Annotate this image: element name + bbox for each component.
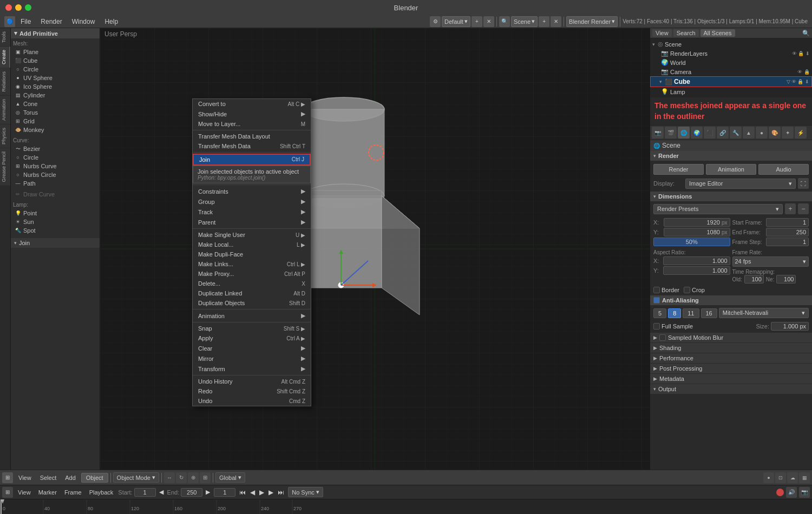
- context-menu[interactable]: Convert to Alt C ▶ Show/Hide ▶ Move to L…: [192, 98, 311, 406]
- prim-bezier[interactable]: 〜 Bezier: [13, 144, 97, 153]
- aa-sample-5[interactable]: 5: [653, 308, 666, 318]
- render-button[interactable]: Render: [653, 164, 704, 175]
- dimensions-header[interactable]: ▾ Dimensions: [650, 192, 812, 201]
- close-scene-icon[interactable]: ✕: [551, 16, 561, 27]
- skip-end-btn[interactable]: ⏭: [276, 488, 286, 497]
- prop-icon-scene[interactable]: 🌐: [678, 127, 690, 139]
- tree-scene[interactable]: ▾ ◎ Scene: [650, 39, 812, 49]
- transform-icon-2[interactable]: ↻: [176, 472, 187, 483]
- ctx-snap[interactable]: SnapShift S ▶: [193, 324, 311, 333]
- timeremap-old-input[interactable]: 100: [744, 275, 764, 284]
- prim-circle[interactable]: ○ Circle: [13, 65, 97, 74]
- ctx-mirror[interactable]: Mirror▶: [193, 353, 311, 364]
- ctx-make-proxy[interactable]: Make Proxy...Ctrl Alt P: [193, 269, 311, 279]
- ctx-undo[interactable]: UndoCmd Z: [193, 396, 311, 406]
- global-dropdown[interactable]: Global▾: [215, 472, 245, 483]
- aspect-x-input[interactable]: 1.000: [663, 256, 730, 265]
- outliner-tab-view[interactable]: View: [652, 29, 672, 37]
- tab-animation[interactable]: Animation: [0, 96, 10, 124]
- transform-icon-1[interactable]: ↔: [164, 472, 175, 483]
- prim-spot[interactable]: 🔦 Spot: [13, 226, 97, 235]
- aa-checkbox[interactable]: [653, 297, 660, 304]
- timeline-view-btn[interactable]: View: [15, 488, 34, 497]
- vp-icon-3[interactable]: ☁: [787, 472, 798, 483]
- aa-sample-8[interactable]: 8: [668, 308, 681, 318]
- prim-path[interactable]: — Path: [13, 179, 97, 188]
- tree-camera[interactable]: 📷 Camera 👁 🔒: [650, 67, 812, 76]
- res-x-input[interactable]: 1920 px: [664, 218, 730, 227]
- prop-icon-modifiers[interactable]: 🔧: [730, 127, 742, 139]
- size-input[interactable]: 1.000 px: [771, 322, 809, 331]
- tree-world[interactable]: 🌍 World: [650, 58, 812, 67]
- ctx-delete[interactable]: Delete...X: [193, 279, 311, 288]
- frame-end-input[interactable]: 250: [766, 228, 809, 236]
- frame-start-input[interactable]: 1: [766, 218, 809, 227]
- metadata-header[interactable]: ▶ Metadata: [650, 374, 812, 384]
- ctx-make-local[interactable]: Make Local...L ▶: [193, 240, 311, 249]
- motionblur-checkbox[interactable]: [659, 334, 666, 341]
- ctx-parent[interactable]: Parent▶: [193, 217, 311, 227]
- prop-icon-camera[interactable]: 📷: [652, 127, 664, 139]
- outliner-tab-search[interactable]: Search: [673, 29, 699, 37]
- prim-cone[interactable]: ▲ Cone: [13, 100, 97, 108]
- prim-draw-curve[interactable]: ✏ Draw Curve: [13, 190, 97, 199]
- end-chevron[interactable]: ▶: [204, 487, 212, 498]
- prim-grid[interactable]: ⊞ Grid: [13, 117, 97, 126]
- close-layout-icon[interactable]: ✕: [483, 16, 494, 27]
- prop-icon-physics[interactable]: ⚡: [795, 127, 807, 139]
- vp-icon-2[interactable]: ⊡: [775, 472, 786, 483]
- prim-nurbs-circle[interactable]: ○ Nurbs Circle: [13, 170, 97, 179]
- ctx-transfer-mesh[interactable]: Transfer Mesh Data Shift Ctrl T: [193, 141, 311, 151]
- crop-checkbox[interactable]: [684, 287, 690, 293]
- ctx-make-single-user[interactable]: Make Single UserU ▶: [193, 230, 311, 240]
- menu-window[interactable]: Window: [68, 17, 100, 27]
- framerate-dropdown[interactable]: 24 fps ▾: [732, 256, 809, 267]
- ctx-group[interactable]: Group▶: [193, 196, 311, 207]
- prop-icon-render[interactable]: 🎬: [665, 127, 677, 139]
- ctx-dup-linked[interactable]: Duplicate LinkedAlt D: [193, 288, 311, 298]
- outliner-tab-all-scenes[interactable]: All Scenes: [700, 29, 735, 37]
- res-pct-input[interactable]: 50%: [653, 238, 730, 246]
- ctx-transfer-layout[interactable]: Transfer Mesh Data Layout: [193, 131, 311, 141]
- prop-icon-data[interactable]: ▲: [743, 127, 755, 139]
- menu-file[interactable]: File: [16, 17, 35, 27]
- timeremap-new-input[interactable]: 100: [776, 275, 796, 284]
- ctx-make-dupli[interactable]: Make Dupli-Face: [193, 249, 311, 259]
- timeline-marker-btn[interactable]: Marker: [36, 488, 60, 497]
- prop-icon-material[interactable]: ●: [756, 127, 768, 139]
- view-btn[interactable]: View: [15, 473, 35, 482]
- ctx-convert-to[interactable]: Convert to Alt C ▶: [193, 99, 311, 109]
- prim-cylinder[interactable]: ▤ Cylinder: [13, 91, 97, 100]
- engine-dropdown[interactable]: Blender Render ▾: [566, 16, 618, 27]
- tab-tools[interactable]: Tools: [0, 28, 10, 46]
- render-section-header[interactable]: ▾ Render: [650, 151, 812, 161]
- performance-header[interactable]: ▶ Performance: [650, 353, 812, 363]
- prim-cube[interactable]: ⬛ Cube: [13, 56, 97, 65]
- ctx-clear[interactable]: Clear▶: [193, 343, 311, 353]
- audio-icon[interactable]: 🔊: [786, 487, 797, 498]
- transform-icon-3[interactable]: ⊕: [188, 472, 199, 483]
- search-icon[interactable]: 🔍: [499, 16, 510, 27]
- sync-dropdown[interactable]: No Sync▾: [288, 487, 323, 497]
- ctx-dup-objects[interactable]: Duplicate ObjectsShift D: [193, 298, 311, 308]
- ctx-animation[interactable]: Animation▶: [193, 311, 311, 321]
- play-pause-btn[interactable]: ▶: [258, 488, 266, 497]
- tab-create[interactable]: Create: [0, 47, 10, 68]
- output-header[interactable]: ▾ Output: [650, 384, 812, 394]
- tab-physics[interactable]: Physics: [0, 124, 10, 148]
- ctx-undo-history[interactable]: Undo HistoryAlt Cmd Z: [193, 377, 311, 386]
- prim-uvsphere[interactable]: ● UV Sphere: [13, 74, 97, 82]
- ctx-join[interactable]: Join Ctrl J: [193, 154, 311, 166]
- ctx-move-layer[interactable]: Move to Layer... M: [193, 119, 311, 129]
- prim-point[interactable]: 💡 Point: [13, 209, 97, 218]
- scene-dropdown[interactable]: Scene ▾: [511, 16, 538, 27]
- prim-nurbs-curve[interactable]: ⊞ Nurbs Curve: [13, 162, 97, 170]
- prim-icosphere[interactable]: ◉ Ico Sphere: [13, 82, 97, 91]
- render-presets-add[interactable]: +: [785, 203, 796, 214]
- aa-sample-11[interactable]: 11: [683, 308, 699, 318]
- add-btn[interactable]: Add: [62, 473, 79, 482]
- end-field[interactable]: 250: [181, 488, 202, 497]
- viewport[interactable]: User Persp: [100, 28, 650, 470]
- aa-header[interactable]: Anti-Aliasing: [650, 295, 812, 305]
- object-btn[interactable]: Object: [81, 473, 108, 483]
